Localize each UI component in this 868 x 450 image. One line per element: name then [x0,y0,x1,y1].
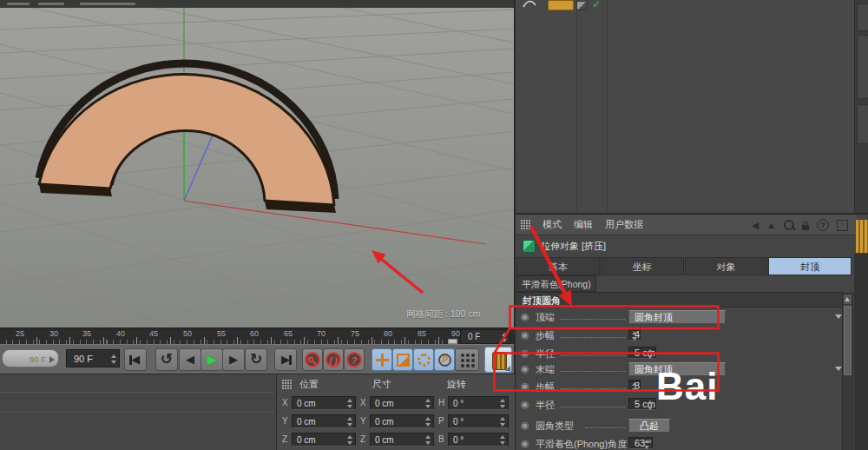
stepper-icon[interactable] [632,382,638,392]
fillet-type-button[interactable]: 凸起 [628,419,670,433]
rot-h-field[interactable]: 0 ° [448,396,509,410]
stepper-icon[interactable] [347,399,353,408]
vertical-tab[interactable] [857,3,868,31]
chevron-down-icon[interactable] [835,367,842,371]
next-frame-button[interactable]: ▶ [222,348,245,371]
history-back-icon[interactable]: ◀ [752,218,759,232]
scrollbar-thumb[interactable] [844,306,852,375]
autokey-parentheses-button[interactable]: ( ) [323,348,344,371]
arch-object[interactable] [39,63,336,213]
stepper-icon[interactable] [425,417,431,427]
stepper-icon[interactable] [648,349,654,359]
end-frame-field[interactable]: 0 F [460,329,510,344]
scroll-up-icon[interactable] [844,294,852,304]
visibility-toggle-icon[interactable] [576,1,588,10]
menu-userdata[interactable]: 用户数据 [605,218,643,231]
pos-y-field[interactable]: 0 cm [292,414,356,428]
size-x-field[interactable]: 0 cm [370,396,434,410]
record-keyframe-button[interactable] [302,348,323,371]
scale-square-icon [397,354,410,367]
stepper-icon[interactable] [347,435,353,445]
tab-coords[interactable]: 坐标 [601,257,684,275]
pos-z-field[interactable]: 0 cm [292,433,356,447]
size-y-field[interactable]: 0 cm [370,414,434,428]
menu-mode[interactable]: 模式 [542,218,562,231]
axis-label: X [360,398,366,407]
key-parameter-button[interactable]: P [434,348,455,371]
stepper-icon[interactable] [500,417,506,427]
phong-angle-field[interactable]: 63 ° [628,437,653,449]
menu-edit[interactable]: 编辑 [574,218,593,231]
play-button[interactable]: ▶ [201,348,223,371]
tab-caps[interactable]: 封顶 [768,257,852,275]
rectangle-spline-icon[interactable] [548,0,574,10]
3d-viewport[interactable]: 网格间距 : 100 cm [0,8,514,328]
loop-mode-button[interactable]: ↻ [245,348,267,371]
keyframe-selection-button[interactable] [455,348,479,371]
stepper-icon[interactable] [500,435,506,445]
keyframe-help-button[interactable]: ? [344,348,365,371]
stepper-icon[interactable] [425,435,431,445]
object-manager[interactable]: ✓ [514,0,868,213]
steps-top-field[interactable]: 4 [628,328,641,341]
radius-end-field[interactable]: 5 cm [628,398,656,410]
rot-p-field[interactable]: 0 ° [448,414,509,428]
size-z-field[interactable]: 0 cm [370,433,434,447]
transport-toolbar: 90 F 90 F ◀ ↺ ◀ ▶ ▶ ↻ ▶ ( ) ? P [0,344,514,375]
timeline-range-slider[interactable]: 90 F [2,349,59,367]
nav-arrow-icon[interactable]: ▲ [766,218,776,232]
coordinates-panel: 位置 尺寸 旋转 X 0 cm X 0 cm H 0 ° Y 0 cm Y 0 … [276,374,515,450]
key-position-button[interactable] [372,348,392,371]
goto-end-button[interactable]: ▶ [274,348,297,371]
top-cap-dropdown[interactable]: 圆角封顶 [628,310,726,324]
stepper-icon[interactable] [425,399,431,408]
row-label: 步幅 [536,381,555,394]
lock-icon[interactable] [802,225,809,230]
key-icon [305,352,320,367]
rot-b-field[interactable]: 0 ° [448,433,509,447]
previous-frame-button[interactable]: ◀ [179,348,201,371]
drag-grip-icon[interactable] [282,380,292,389]
caps-fillet-section-header[interactable]: 封顶圆角 [516,292,843,308]
drag-grip-icon[interactable] [521,220,530,229]
radius-top-field[interactable]: 5 cm [628,347,656,359]
steps-end-field[interactable]: 8 [628,380,641,392]
coordinate-manager-button[interactable] [484,347,512,373]
key-scale-button[interactable] [392,348,413,371]
axis-label: B [438,434,444,444]
material-side-tab[interactable] [855,219,868,254]
menu-blob [7,3,30,5]
goto-start-button[interactable]: ◀ [124,348,147,371]
pos-x-field[interactable]: 0 cm [292,396,356,410]
stepper-icon[interactable] [648,400,654,410]
stepper-icon[interactable] [644,440,650,449]
enabled-check-icon[interactable]: ✓ [592,0,601,10]
stepper-icon[interactable] [111,354,117,364]
current-frame-field[interactable]: 90 F [66,349,120,367]
tab-phong[interactable]: 平滑着色(Phong) [516,275,596,292]
stepper-icon[interactable] [632,331,638,341]
row-label: 圆角类型 [536,420,574,433]
timeline-ruler[interactable]: 25 30 35 40 45 50 55 60 65 70 75 80 85 9… [0,328,514,345]
field-value: 0 F [468,332,480,341]
material-manager[interactable] [0,374,276,450]
rotation-header: 旋转 [447,378,466,391]
search-icon[interactable] [784,220,794,230]
stepper-icon[interactable] [500,399,506,408]
stepper-icon[interactable] [347,417,353,427]
play-backwards-button[interactable]: ↺ [155,348,178,371]
vertical-tab[interactable] [857,104,868,144]
tick-label: 25 [11,329,29,338]
new-panel-icon[interactable]: ↑ [837,220,848,231]
help-icon[interactable]: ? [817,219,829,231]
key-rotation-button[interactable] [413,348,434,371]
attribute-scrollbar[interactable] [842,293,853,450]
object-title-row[interactable]: 拉伸对象 [挤压] [516,235,857,256]
tab-basic[interactable]: 基本 [516,257,600,275]
vertical-tab[interactable] [857,35,868,99]
tab-object[interactable]: 对象 [685,257,768,275]
tick-label: 30 [45,329,62,338]
attribute-manager: 模式 编辑 用户数据 ◀ ▲ ? ↑ 拉伸对象 [挤压] 基本 坐标 对象 封顶… [514,213,868,450]
chevron-down-icon[interactable] [835,314,842,319]
stepper-icon[interactable] [502,333,508,342]
